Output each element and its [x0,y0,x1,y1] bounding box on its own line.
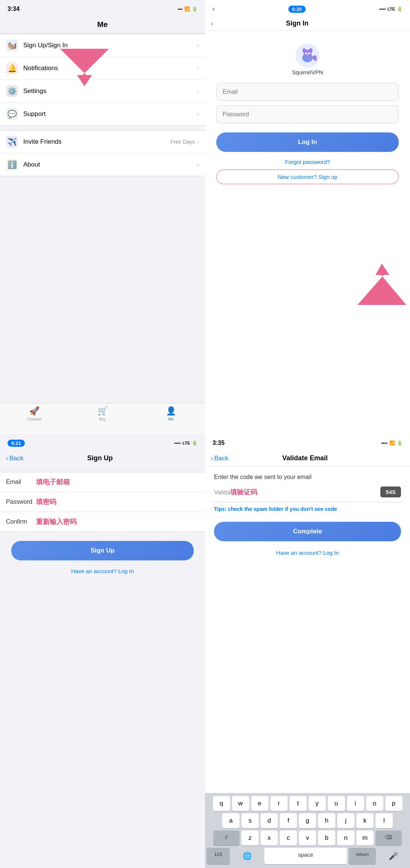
chevron-notifications: › [197,65,199,72]
wifi-icon-4: 📶 [389,440,395,446]
status-bar-me: 3:34 ▪▪▪ 📶 🔋 [0,0,205,17]
key-a[interactable]: a [222,813,240,828]
mic-key[interactable]: 🎤 [378,848,408,864]
complete-button[interactable]: Complete [214,522,401,541]
key-b[interactable]: b [318,830,335,845]
time-signin: 6:20 [288,6,306,13]
status-bar-signin: ‹ 6:20 ▪▪▪▪ LTE 🔋 [205,0,410,17]
key-z[interactable]: z [241,830,259,845]
validate-title: Validate Email [228,454,381,462]
key-t[interactable]: t [289,796,307,811]
password-form-label: Password [6,499,36,505]
key-r[interactable]: r [270,796,288,811]
password-input[interactable] [216,105,399,123]
code-chinese: 填验证码 [230,488,257,496]
tab-buy-label: Buy [99,417,106,421]
validate-nav-header: ‹ Back Validate Email [205,451,410,466]
chevron-invite: › [197,138,199,145]
back-btn-signup[interactable]: ‹ Back [6,455,23,462]
key-n[interactable]: n [337,830,354,845]
email-form-value[interactable]: 填电子邮箱 [36,478,199,487]
forgot-password-link[interactable]: Forgot password? [216,156,399,167]
have-account-link-validate[interactable]: Have an account? Log In [205,547,410,558]
kb-row-1: q w e r t y u i o p [207,796,408,811]
menu-section-2: ✈️ Invite Friends Free Days › ℹ️ About › [0,130,205,176]
menu-item-settings[interactable]: ⚙️ Settings › [0,80,205,103]
svg-point-6 [305,53,307,54]
connect-tab-icon: 🚀 [29,406,39,416]
have-account-link-signup[interactable]: Have an account? Log In [11,566,194,577]
app-name: SquirrelVPN [292,69,323,75]
key-p[interactable]: p [385,796,402,811]
confirm-form-value[interactable]: 重新输入密码 [36,517,199,526]
key-k[interactable]: k [356,813,374,828]
key-m[interactable]: m [356,830,374,845]
key-h[interactable]: h [318,813,335,828]
key-x[interactable]: x [261,830,278,845]
menu-item-about[interactable]: ℹ️ About › [0,153,205,176]
code-input-row: Valida填验证码 54S [214,487,401,502]
settings-icon: ⚙️ [6,85,18,97]
tab-buy[interactable]: 🛒 Buy [68,406,137,421]
time-validate: 3:35 [213,440,225,446]
key-delete[interactable]: ⌫ [375,830,402,845]
key-q[interactable]: q [213,796,230,811]
key-c[interactable]: c [280,830,297,845]
chevron-support: › [197,111,199,117]
password-row: Password 填密码 [0,492,205,512]
panel-signin: ‹ 6:20 ▪▪▪▪ LTE 🔋 ‹ Sign In SquirrelVPN [205,0,410,434]
key-s[interactable]: s [241,813,259,828]
back-btn-validate[interactable]: ‹ Back [211,455,228,462]
signup-button[interactable]: Sign Up [11,541,194,560]
signin-logo-area: SquirrelVPN [205,31,410,83]
key-w[interactable]: w [232,796,249,811]
new-customer-button[interactable]: New customer? Sign up [216,170,399,184]
key-v[interactable]: v [299,830,316,845]
menu-item-notifications[interactable]: 🔔 Notifications › [0,57,205,80]
svg-point-7 [308,53,310,54]
keyboard: q w e r t y u i o p a s d f g h j k l ⇧ … [205,793,410,868]
menu-item-invite[interactable]: ✈️ Invite Friends Free Days › [0,131,205,153]
code-input-area[interactable]: Valida填验证码 [214,488,380,497]
kb-row-2: a s d f g h j k l [207,813,408,828]
about-label: About [23,161,197,168]
key-123[interactable]: 123 [207,848,230,864]
email-input[interactable] [216,83,399,101]
chevron-about: › [197,161,199,168]
key-f[interactable]: f [280,813,297,828]
battery-icon-2: 🔋 [397,6,402,12]
chevron-signup: › [197,42,199,49]
key-o[interactable]: o [366,796,383,811]
svg-marker-9 [357,264,406,305]
notifications-icon: 🔔 [6,62,18,74]
signup-title: Sign Up [23,454,176,462]
tab-bar: 🚀 Connect 🛒 Buy 👤 Me [0,403,205,434]
key-y[interactable]: y [309,796,326,811]
status-icons-validate: ▪▪▪▪ 📶 🔋 [381,440,402,446]
globe-key[interactable]: 🌐 [232,848,262,864]
key-shift[interactable]: ⇧ [213,830,240,845]
menu-item-signup[interactable]: 🐿️ Sign Up/Sign In › [0,34,205,57]
password-form-value[interactable]: 填密码 [36,497,199,506]
back-btn-signin-status[interactable]: ‹ [213,5,215,13]
tab-connect[interactable]: 🚀 Connect [0,406,68,421]
key-i[interactable]: i [347,796,364,811]
menu-item-support[interactable]: 💬 Support › [0,103,205,125]
chevron-settings: › [197,88,199,95]
tab-me[interactable]: 👤 Me [137,406,205,421]
key-l[interactable]: l [375,813,393,828]
login-button[interactable]: Log In [216,132,399,152]
signup-label: Sign Up/Sign In [23,42,197,49]
key-return[interactable]: return [349,848,376,864]
key-e[interactable]: e [251,796,268,811]
tips-label: Tips: [214,506,226,512]
key-u[interactable]: u [328,796,345,811]
signal-icon-3: ▪▪▪▪ [174,440,181,446]
key-g[interactable]: g [299,813,316,828]
time-signup: 6:21 [8,440,25,447]
invite-label: Invite Friends [23,138,170,146]
key-d[interactable]: d [261,813,278,828]
status-icons-signup: ▪▪▪▪ LTE 🔋 [174,440,197,446]
key-j[interactable]: j [337,813,354,828]
key-space[interactable]: space [264,848,347,864]
